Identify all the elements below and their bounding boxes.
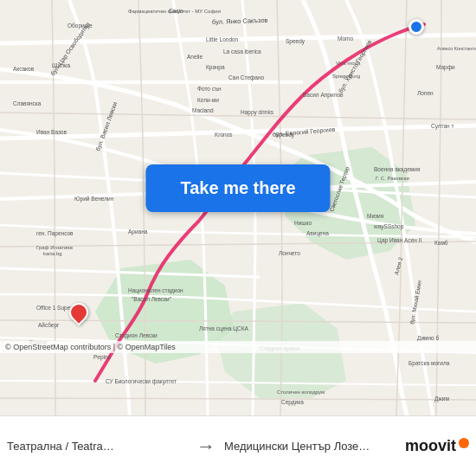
svg-text:Speedy: Speedy — [275, 132, 295, 138]
svg-text:Славянска: Славянска — [13, 100, 42, 106]
svg-text:Лятна сцена ЦСКА: Лятна сцена ЦСКА — [199, 325, 249, 332]
svg-text:Spiegelburg: Spiegelburg — [332, 74, 360, 79]
svg-text:Братска могила: Братска могила — [408, 360, 450, 367]
svg-text:Граф Игнатиев: Граф Игнатиев — [36, 245, 73, 250]
svg-text:Султан т: Султан т — [431, 123, 454, 130]
svg-text:Momo: Momo — [338, 35, 353, 42]
origin-label: Театрална / Teatra… — [7, 440, 114, 453]
svg-text:Цар Иван Асен II: Цар Иван Асен II — [377, 237, 421, 244]
svg-text:Юрий Венелин: Юрий Венелин — [74, 196, 114, 203]
svg-text:Иван Вазов: Иван Вазов — [36, 129, 67, 135]
svg-text:waySSshop: waySSshop — [373, 223, 404, 230]
svg-text:Kronos: Kronos — [215, 132, 233, 138]
svg-text:karta.bg: karta.bg — [43, 251, 62, 256]
svg-text:Военна академия: Военна академия — [374, 166, 421, 173]
svg-text:Стадион Левски: Стадион Левски — [115, 332, 158, 339]
svg-text:Марфи: Марфи — [436, 64, 455, 71]
destination-pin — [408, 19, 424, 35]
svg-text:Авицена: Авицена — [306, 230, 329, 237]
svg-text:Ариана: Ариана — [128, 228, 148, 235]
svg-text:Алексо Константинов: Алексо Константинов — [437, 46, 476, 51]
attribution-bar: © OpenStreetMap contributors | © OpenMap… — [0, 341, 476, 353]
svg-text:"Васил Левски": "Васил Левски" — [132, 296, 172, 302]
footer-origin: Театрална / Teatra… — [7, 440, 114, 453]
take-me-there-button[interactable]: Take me there — [145, 164, 330, 212]
footer-arrow: → — [196, 435, 215, 458]
svg-text:Копи-ми: Копи-ми — [197, 97, 219, 103]
footer: Театрална / Teatra… → Медицински Център … — [0, 415, 476, 476]
svg-text:Macland: Macland — [192, 107, 214, 113]
moovit-logo-text: moovit — [405, 437, 456, 455]
svg-text:Сердика: Сердика — [281, 399, 304, 406]
svg-text:Джим: Джим — [434, 396, 449, 402]
moovit-logo-dot — [459, 438, 469, 448]
svg-text:Speedy: Speedy — [286, 38, 306, 45]
svg-text:Нишко: Нишко — [294, 220, 312, 226]
svg-text:Casio: Casio — [169, 8, 183, 14]
svg-text:Anelle: Anelle — [187, 54, 203, 60]
svg-text:Оборище: Оборище — [68, 23, 93, 29]
svg-text:Аксаков: Аксаков — [13, 66, 35, 72]
svg-text:Viva moda: Viva moda — [336, 61, 361, 66]
svg-text:Айсберг: Айсберг — [38, 322, 60, 329]
svg-text:Камб: Камб — [434, 240, 448, 246]
svg-text:Васил Априлов: Васил Априлов — [303, 92, 344, 99]
moovit-logo: moovit — [405, 437, 469, 455]
svg-text:Крачра: Крачра — [206, 64, 225, 71]
footer-origin-section: Театрална / Teatra… — [7, 440, 188, 453]
svg-text:Pepino: Pepino — [93, 354, 112, 361]
svg-text:Г. С. Раковски: Г. С. Раковски — [376, 176, 409, 181]
destination-label: Медицински Център Лозе… — [224, 440, 370, 453]
svg-text:ген. Паренсов: ген. Паренсов — [36, 230, 74, 237]
footer-destination-section: Медицински Център Лозе… — [224, 440, 405, 453]
svg-text:Мизия: Мизия — [367, 213, 384, 219]
svg-text:Little London: Little London — [206, 36, 239, 42]
svg-text:Сан Стефано: Сан Стефано — [228, 74, 265, 81]
svg-text:Happy drinks: Happy drinks — [241, 109, 274, 116]
svg-text:Лончето: Лончето — [279, 250, 300, 256]
svg-text:La casa iberica: La casa iberica — [223, 48, 261, 55]
svg-text:СУ Биологически факултет: СУ Биологически факултет — [106, 378, 177, 385]
map-container: бул. Янко Сакъзов бул. Евлогий Георгиев … — [0, 0, 476, 415]
origin-pin — [69, 303, 88, 329]
svg-text:Национален стадион: Национален стадион — [128, 287, 183, 294]
footer-destination: Медицински Център Лозе… — [224, 440, 370, 453]
svg-text:Столичен колодрум: Столичен колодрум — [277, 389, 325, 395]
svg-text:Фото сън: Фото сън — [197, 86, 222, 92]
svg-text:Лопен: Лопен — [417, 90, 434, 96]
svg-text:Шипка: Шипка — [52, 62, 70, 68]
